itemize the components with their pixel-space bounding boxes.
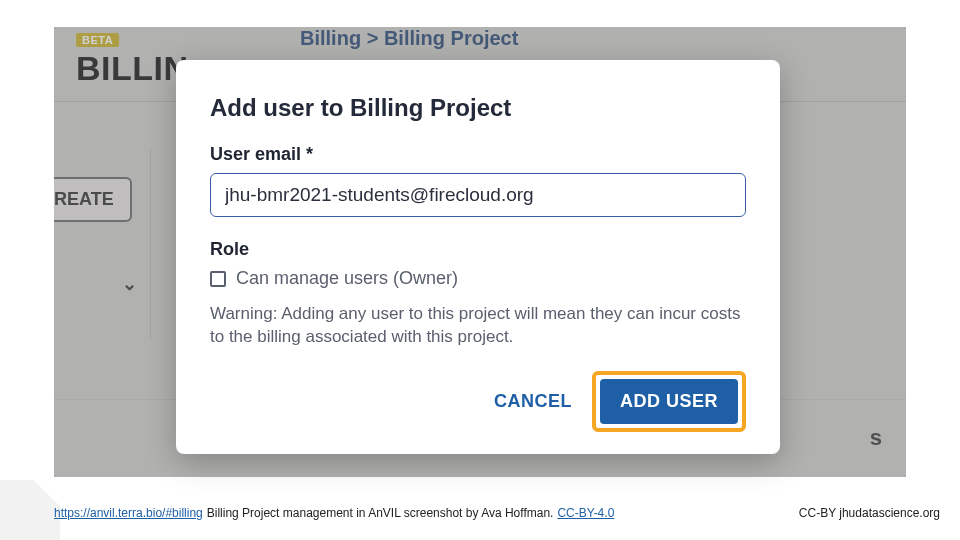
decorative-corner <box>0 480 60 540</box>
source-url-link[interactable]: https://anvil.terra.bio/#billing <box>54 506 203 520</box>
user-email-label: User email * <box>210 144 746 165</box>
license-link[interactable]: CC-BY-4.0 <box>557 506 614 520</box>
create-button-partial[interactable]: REATE <box>54 177 132 222</box>
add-user-button[interactable]: ADD USER <box>600 379 738 424</box>
highlight-annotation: ADD USER <box>592 371 746 432</box>
can-manage-users-checkbox[interactable] <box>210 271 226 287</box>
billing-heading-partial: BILLIN <box>76 49 189 88</box>
members-label-partial: s <box>870 425 882 451</box>
chevron-down-icon[interactable]: ⌄ <box>122 273 137 295</box>
beta-badge: BETA <box>76 33 119 47</box>
caption-text: Billing Project management in AnVIL scre… <box>207 506 554 520</box>
caption-footer: https://anvil.terra.bio/#billing Billing… <box>54 506 940 520</box>
cancel-button[interactable]: CANCEL <box>494 391 572 412</box>
modal-title: Add user to Billing Project <box>210 94 746 122</box>
attribution-right: CC-BY jhudatascience.org <box>799 506 940 520</box>
modal-actions: CANCEL ADD USER <box>210 371 746 432</box>
divider-vertical <box>150 149 151 339</box>
role-label: Role <box>210 239 746 260</box>
can-manage-users-label: Can manage users (Owner) <box>236 268 458 289</box>
breadcrumb: Billing > Billing Project <box>300 27 518 50</box>
user-email-input[interactable] <box>210 173 746 217</box>
warning-text: Warning: Adding any user to this project… <box>210 303 746 349</box>
add-user-modal: Add user to Billing Project User email *… <box>176 60 780 454</box>
